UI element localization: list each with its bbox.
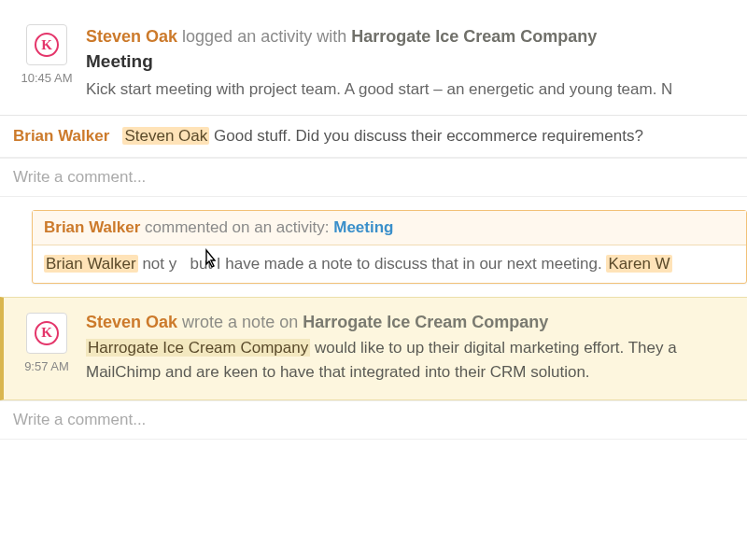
comment-input[interactable]: Write a comment... — [0, 158, 747, 197]
avatar[interactable]: K — [26, 24, 67, 65]
reply-tail-mention[interactable]: Karen W — [606, 255, 671, 273]
entry-description: Kick start meeting with project team. A … — [86, 77, 747, 102]
avatar[interactable]: K — [26, 313, 67, 354]
reply-author[interactable]: Brian Walker — [44, 218, 140, 236]
target-link[interactable]: Harrogate Ice Cream Company — [351, 27, 597, 46]
avatar-k-icon: K — [35, 321, 59, 345]
reply-body-author[interactable]: Brian Walker — [44, 255, 138, 273]
note-body-line2: MailChimp and are keen to have that inte… — [86, 363, 590, 381]
comment-thread: Brian Walker Steven Oak Good stuff. Did … — [0, 116, 747, 158]
reply-body-post: but I have made a note to discuss that i… — [190, 255, 606, 273]
note-entry: K 9:57 AM Steven Oak wrote a note on Har… — [0, 297, 747, 401]
verb-text: logged an activity with — [182, 27, 346, 46]
entry-gutter: K 9:57 AM — [13, 313, 80, 385]
reply-body: Brian Walker not y but I have made a not… — [33, 245, 746, 283]
entry-body: Steven Oak logged an activity with Harro… — [80, 24, 747, 102]
entry-time: 10:45 AM — [13, 71, 80, 85]
entry-headline: Steven Oak wrote a note on Harrogate Ice… — [86, 313, 747, 332]
note-body-line1: would like to up their digital marketing… — [310, 339, 676, 357]
entry-time: 9:57 AM — [13, 359, 80, 373]
comment-input[interactable]: Write a comment... — [0, 400, 747, 440]
comment-author[interactable]: Brian Walker — [13, 127, 109, 145]
entry-headline: Steven Oak logged an activity with Harro… — [86, 24, 747, 49]
actor-link[interactable]: Steven Oak — [86, 313, 177, 331]
avatar-k-icon: K — [35, 33, 59, 57]
note-noun-pill[interactable]: Harrogate Ice Cream Company — [86, 339, 310, 357]
verb-text: wrote a note on — [182, 313, 298, 331]
entry-gutter: K 10:45 AM — [13, 24, 80, 102]
reply-card[interactable]: Brian Walker commented on an activity: M… — [32, 210, 747, 284]
entry-subject: Meeting — [86, 51, 747, 72]
reply-body-pre: not y — [138, 255, 177, 273]
entry-body: Steven Oak wrote a note on Harrogate Ice… — [80, 313, 747, 385]
activity-stream: K 10:45 AM Steven Oak logged an activity… — [0, 0, 747, 440]
activity-entry: K 10:45 AM Steven Oak logged an activity… — [0, 0, 747, 116]
mention-pill[interactable]: Steven Oak — [122, 127, 209, 145]
reply-head: Brian Walker commented on an activity: M… — [33, 211, 746, 245]
target-link[interactable]: Harrogate Ice Cream Company — [303, 313, 548, 331]
actor-link[interactable]: Steven Oak — [86, 27, 177, 46]
reply-activity-link[interactable]: Meeting — [333, 218, 393, 236]
reply-verb: commented on an activity: — [145, 218, 333, 236]
note-body-text: Harrogate Ice Cream Company would like t… — [86, 336, 747, 385]
comment-text: Good stuff. Did you discuss their eccomm… — [209, 127, 643, 145]
